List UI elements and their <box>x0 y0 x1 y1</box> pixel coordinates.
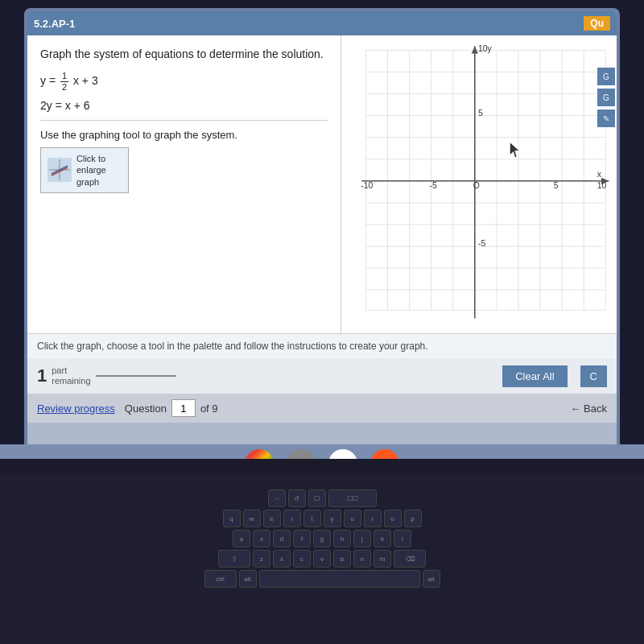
equation2: 2y = x + 6 <box>40 99 328 112</box>
clear-all-button[interactable]: Clear All <box>502 365 567 387</box>
key-n[interactable]: n <box>353 550 371 568</box>
left-panel: Graph the system of equations to determi… <box>27 35 341 333</box>
part-label: part remaining <box>52 365 90 386</box>
review-progress-button[interactable]: Review progress <box>37 402 115 415</box>
problem-title: Graph the system of equations to determi… <box>40 47 328 63</box>
keyboard-row-space: ctrl alt alt <box>48 570 596 588</box>
of-label: of 9 <box>200 402 218 415</box>
part-remaining: 1 part remaining <box>37 365 176 386</box>
eq1-prefix: y = <box>40 74 59 87</box>
key-r[interactable]: r <box>283 510 301 527</box>
key-p[interactable]: p <box>404 510 422 527</box>
key-v[interactable]: v <box>313 550 331 568</box>
key-o[interactable]: o <box>384 510 402 527</box>
top-bar: 5.2.AP-1 Qu <box>27 11 617 35</box>
svg-text:-5: -5 <box>430 181 437 190</box>
key-backspace[interactable]: ⌫ <box>394 550 426 568</box>
key-c[interactable]: c <box>293 550 311 568</box>
key-w[interactable]: w <box>243 510 261 527</box>
key-f[interactable]: f <box>293 530 311 547</box>
main-content: Graph the system of equations to determi… <box>27 35 617 333</box>
thumbnail-text: Click to enlarge graph <box>76 153 106 188</box>
bottom-controls: 1 part remaining Clear All C <box>27 358 617 394</box>
svg-text:5: 5 <box>554 181 559 190</box>
question-number-input[interactable] <box>171 399 196 417</box>
svg-marker-32 <box>472 46 478 53</box>
key-alt-right[interactable]: alt <box>423 570 440 588</box>
svg-text:O: O <box>473 181 480 190</box>
eq1-fraction: 1 2 <box>60 71 68 93</box>
laptop-body: → ↺ ☐ ☐☐ q w e r t y u i o p a s d f g h… <box>0 459 644 644</box>
qu-button[interactable]: Qu <box>584 16 610 31</box>
part-line <box>96 375 176 377</box>
key-h[interactable]: h <box>333 530 351 547</box>
graph-thumbnail[interactable]: Click to enlarge graph <box>40 147 129 193</box>
tool-btn-3[interactable]: ✎ <box>597 109 615 127</box>
svg-text:x: x <box>597 170 602 179</box>
key-e[interactable]: e <box>263 510 281 527</box>
key-u[interactable]: u <box>344 510 361 527</box>
fraction-numerator: 1 <box>60 71 68 82</box>
question-label: Question <box>125 402 167 415</box>
instruction-bar: Click the graph, choose a tool in the pa… <box>27 333 617 358</box>
svg-text:10: 10 <box>597 181 607 190</box>
key-window[interactable]: ☐ <box>308 489 326 507</box>
key-alt[interactable]: alt <box>239 570 257 588</box>
key-q[interactable]: q <box>223 510 241 527</box>
key-shift[interactable]: ⇧ <box>218 550 250 568</box>
key-k[interactable]: k <box>374 530 391 547</box>
laptop-screen: 5.2.AP-1 Qu Graph the system of equation… <box>24 8 620 459</box>
svg-text:-10: -10 <box>361 181 373 190</box>
key-back[interactable]: → <box>268 489 286 507</box>
key-m[interactable]: m <box>374 550 391 568</box>
key-split[interactable]: ☐☐ <box>328 489 377 507</box>
back-button[interactable]: ← Back <box>570 402 607 415</box>
part-number: 1 <box>37 365 47 386</box>
key-space[interactable] <box>259 570 420 588</box>
key-b[interactable]: b <box>333 550 351 568</box>
side-tools: G G ✎ <box>597 68 615 127</box>
key-y[interactable]: y <box>324 510 341 527</box>
key-refresh[interactable]: ↺ <box>288 489 306 507</box>
key-j[interactable]: j <box>353 530 371 547</box>
laptop-hinge <box>0 459 644 473</box>
equation1: y = 1 2 x + 3 <box>40 71 328 93</box>
key-g[interactable]: g <box>313 530 331 547</box>
keyboard-area: → ↺ ☐ ☐☐ q w e r t y u i o p a s d f g h… <box>0 473 644 644</box>
graph-svg[interactable]: 10y 5 -5 x 10 5 O -5 -10 <box>348 42 610 327</box>
screen-inner: 5.2.AP-1 Qu Graph the system of equation… <box>27 11 617 456</box>
instruction-text: Click the graph, choose a tool in the pa… <box>37 341 428 352</box>
key-d[interactable]: d <box>273 530 291 547</box>
tool-btn-2[interactable]: G <box>597 89 615 106</box>
keyboard-row-2: a s d f g h j k l <box>48 530 596 547</box>
svg-text:5: 5 <box>478 109 483 118</box>
svg-text:10y: 10y <box>478 44 493 53</box>
key-ctrl[interactable]: ctrl <box>204 570 237 588</box>
key-l[interactable]: l <box>394 530 411 547</box>
question-nav: Question of 9 <box>125 399 218 417</box>
section-label: 5.2.AP-1 <box>34 18 75 30</box>
key-t[interactable]: t <box>303 510 321 527</box>
svg-text:-5: -5 <box>478 239 485 248</box>
tool-btn-1[interactable]: G <box>597 68 615 85</box>
key-i[interactable]: i <box>364 510 382 527</box>
key-a[interactable]: a <box>233 530 250 547</box>
keyboard-row-nav: → ↺ ☐ ☐☐ <box>48 489 596 507</box>
keyboard-row-1: q w e r t y u i o p <box>48 510 596 527</box>
keyboard-row-3: ⇧ z x c v b n m ⌫ <box>48 550 596 568</box>
eq1-suffix: x + 3 <box>73 74 98 87</box>
right-panel[interactable]: G G ✎ <box>341 35 617 333</box>
thumbnail-icon <box>47 158 72 182</box>
key-s[interactable]: s <box>253 530 270 547</box>
key-x[interactable]: x <box>273 550 291 568</box>
key-z[interactable]: z <box>253 550 270 568</box>
svg-marker-43 <box>510 142 519 158</box>
divider <box>40 120 328 121</box>
fraction-denominator: 2 <box>60 82 68 93</box>
footer-nav: Review progress Question of 9 ← Back <box>27 394 617 423</box>
check-button[interactable]: C <box>580 365 607 387</box>
graphing-instruction: Use the graphing tool to graph the syste… <box>40 129 328 141</box>
